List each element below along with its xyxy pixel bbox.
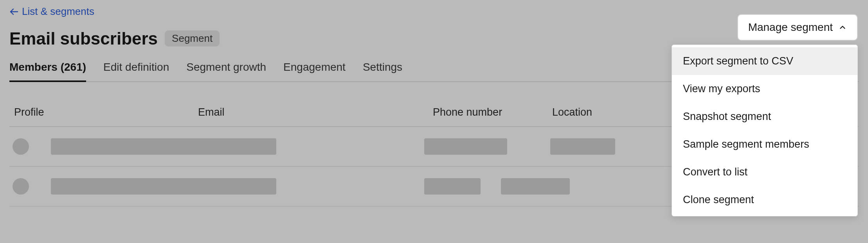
- tab-settings[interactable]: Settings: [363, 61, 402, 82]
- segment-badge: Segment: [165, 30, 220, 46]
- dropdown-item-sample-members[interactable]: Sample segment members: [672, 130, 857, 158]
- dropdown-item-export-csv[interactable]: Export segment to CSV: [672, 47, 857, 75]
- tab-edit-definition[interactable]: Edit definition: [103, 61, 169, 82]
- breadcrumb-label: List & segments: [22, 5, 94, 18]
- chevron-up-icon: [838, 23, 847, 32]
- dropdown-item-view-exports[interactable]: View my exports: [672, 75, 857, 103]
- skeleton-avatar: [13, 138, 29, 155]
- dropdown-item-snapshot-segment[interactable]: Snapshot segment: [672, 103, 857, 130]
- skeleton-avatar: [13, 178, 29, 195]
- column-phone: Phone number: [433, 106, 552, 118]
- tab-members[interactable]: Members (261): [9, 61, 86, 82]
- tab-segment-growth[interactable]: Segment growth: [186, 61, 266, 82]
- manage-segment-dropdown: Export segment to CSV View my exports Sn…: [672, 45, 858, 216]
- column-profile: Profile: [11, 106, 198, 118]
- skeleton-text: [424, 178, 481, 195]
- arrow-left-icon: [9, 7, 19, 16]
- skeleton-text: [51, 138, 276, 155]
- skeleton-text: [501, 178, 570, 195]
- manage-segment-button[interactable]: Manage segment: [737, 14, 858, 41]
- dropdown-item-clone-segment[interactable]: Clone segment: [672, 186, 857, 214]
- skeleton-text: [51, 178, 276, 195]
- skeleton-text: [550, 138, 615, 155]
- tab-engagement[interactable]: Engagement: [283, 61, 346, 82]
- column-email: Email: [198, 106, 433, 118]
- breadcrumb-back[interactable]: List & segments: [9, 5, 94, 18]
- skeleton-text: [424, 138, 507, 155]
- dropdown-item-convert-to-list[interactable]: Convert to list: [672, 158, 857, 186]
- page-title: Email subscribers: [9, 29, 158, 48]
- manage-segment-label: Manage segment: [748, 21, 833, 34]
